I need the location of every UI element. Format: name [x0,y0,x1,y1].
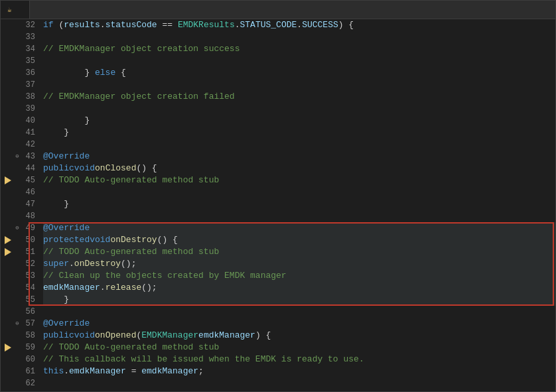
line-num-text-35: 35 [22,55,35,67]
code-line-62 [43,377,555,389]
line-num-text-63: 63 [22,389,35,391]
line-num-text-54: 54 [22,282,35,294]
tab-bar: ☕ [1,1,555,19]
line-num-text-51: 51 [22,246,35,258]
line-num-text-37: 37 [22,79,35,91]
code-line-61: this.emdkManager = emdkManager; [43,365,555,377]
line-number-42: 42 [3,139,35,151]
line-number-32: 32 [3,19,35,31]
file-icon: ☕ [7,5,12,14]
code-line-56 [43,306,555,318]
line-number-38: 38 [3,91,35,103]
code-line-44: public void onClosed() { [43,163,555,174]
code-line-51: // TODO Auto-generated method stub [43,246,555,258]
line-num-text-41: 41 [22,127,35,139]
line-num-text-58: 58 [22,330,35,342]
line-number-51: 51 [3,246,35,258]
line-num-text-43: 43 [22,151,35,163]
line-num-text-53: 53 [22,270,35,282]
code-line-43: @Override [43,151,555,163]
line-num-text-32: 32 [22,19,35,31]
line-num-text-33: 33 [22,31,35,43]
line-num-text-42: 42 [22,139,35,151]
line-number-48: 48 [3,210,35,222]
code-line-55: } [43,294,555,306]
code-line-32: if (results.statusCode == EMDKResults.ST… [43,19,555,31]
line-number-58: 58 [3,330,35,342]
line-number-37: 37 [3,79,35,91]
code-line-47: } [43,198,555,210]
code-line-46 [43,186,555,198]
line-num-text-34: 34 [22,43,35,55]
line-num-text-60: 60 [22,354,35,365]
editor-tab[interactable]: ☕ [1,1,30,19]
editor-window: ☕ 3233343536373839404142⊖434445464748⊖49… [0,0,556,392]
code-line-42 [43,139,555,151]
fold-icon-43[interactable]: ⊖ [14,151,21,163]
line-num-text-40: 40 [22,115,35,127]
line-number-50: 50 [3,234,35,246]
line-number-39: 39 [3,103,35,115]
breakpoint-arrow-50 [5,236,11,244]
line-number-55: 55 [3,294,35,306]
breakpoint-arrow-59 [5,344,11,352]
line-num-text-49: 49 [22,222,35,234]
code-line-57: @Override [43,318,555,330]
line-number-61: 61 [3,365,35,377]
code-line-53: // Clean up the objects created by EMDK … [43,270,555,282]
line-number-41: 41 [3,127,35,139]
line-num-text-44: 44 [22,163,35,174]
code-line-58: public void onOpened(EMDKManager emdkMan… [43,330,555,342]
code-line-34: // EMDKManager object creation success [43,43,555,55]
code-line-50: protected void onDestroy() { [43,234,555,246]
line-number-45: 45 [3,174,35,186]
code-line-41: } [43,127,555,139]
line-num-text-38: 38 [22,91,35,103]
line-num-text-59: 59 [22,342,35,354]
line-num-text-46: 46 [22,186,35,198]
line-num-text-57: 57 [22,318,35,330]
line-num-text-48: 48 [22,210,35,222]
code-line-38: // EMDKManager object creation failed [43,91,555,103]
line-num-text-47: 47 [22,198,35,210]
line-num-text-36: 36 [22,67,35,79]
line-number-52: 52 [3,258,35,270]
code-line-48 [43,210,555,222]
fold-icon-49[interactable]: ⊖ [14,222,21,234]
breakpoint-area-59 [3,344,13,352]
line-number-60: 60 [3,354,35,365]
line-number-54: 54 [3,282,35,294]
fold-icon-57[interactable]: ⊖ [14,318,21,330]
line-num-text-55: 55 [22,294,35,306]
code-line-54: emdkManager.release(); [43,282,555,294]
code-area: 3233343536373839404142⊖434445464748⊖4950… [1,19,555,391]
breakpoint-area-51 [3,248,13,256]
line-number-46: 46 [3,186,35,198]
line-num-text-50: 50 [22,234,35,246]
line-number-33: 33 [3,31,35,43]
line-num-text-45: 45 [22,174,35,186]
line-number-35: 35 [3,55,35,67]
breakpoint-arrow-51 [5,248,11,256]
code-line-37 [43,79,555,91]
line-number-59: 59 [3,342,35,354]
code-line-40: } [43,115,555,127]
code-line-35 [43,55,555,67]
line-number-49: ⊖49 [3,222,35,234]
line-num-text-62: 62 [22,377,35,389]
code-lines: if (results.statusCode == EMDKResults.ST… [40,19,555,391]
code-line-63: // Get the ProfileManager object to proc… [43,389,555,391]
line-num-text-56: 56 [22,306,35,318]
line-numbers: 3233343536373839404142⊖434445464748⊖4950… [1,19,40,391]
line-num-text-61: 61 [22,365,35,377]
breakpoint-area-50 [3,236,13,244]
breakpoint-arrow-45 [5,176,11,184]
line-number-36: 36 [3,67,35,79]
line-number-57: ⊖57 [3,318,35,330]
line-number-47: 47 [3,198,35,210]
line-number-53: 53 [3,270,35,282]
code-line-39 [43,103,555,115]
code-line-45: // TODO Auto-generated method stub [43,174,555,186]
line-number-63: 63 [3,389,35,391]
code-line-49: @Override [43,222,555,234]
